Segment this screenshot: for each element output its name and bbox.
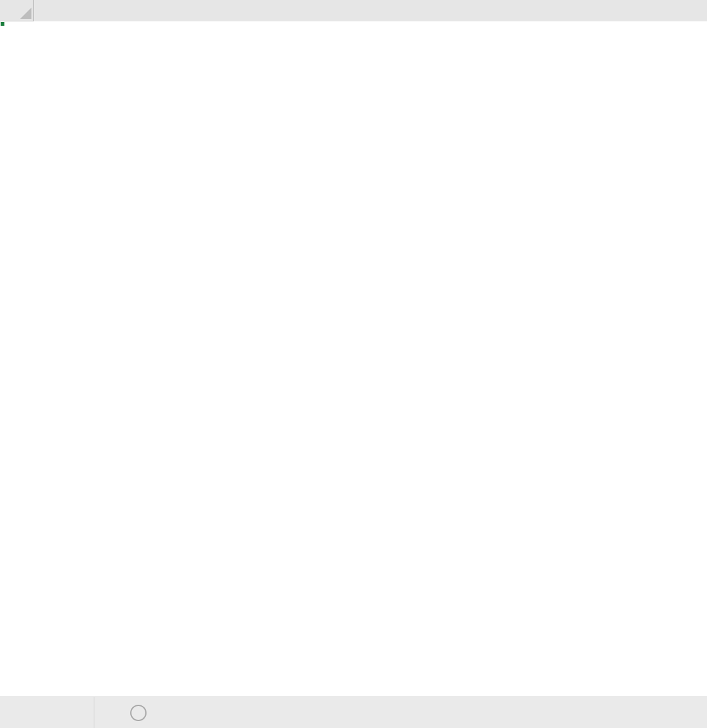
tab-nav: [0, 697, 94, 728]
add-sheet-button[interactable]: [120, 697, 157, 728]
spreadsheet-grid: [0, 0, 707, 697]
svg-marker-0: [20, 8, 31, 19]
select-all-corner[interactable]: [0, 0, 34, 21]
sheet-tab-bar: [0, 697, 707, 728]
column-headers: [0, 0, 707, 21]
select-all-icon: [20, 8, 31, 19]
plus-icon: [130, 705, 147, 721]
fill-handle[interactable]: [0, 21, 5, 26]
